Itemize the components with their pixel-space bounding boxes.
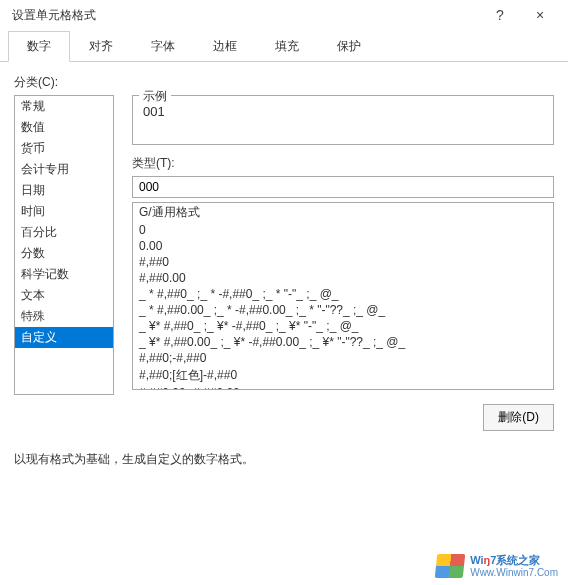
format-item[interactable]: _ ¥* #,##0.00_ ;_ ¥* -#,##0.00_ ;_ ¥* "-… xyxy=(133,334,553,350)
dialog-body: 分类(C): 常规 数值 货币 会计专用 日期 时间 百分比 分数 科学记数 文… xyxy=(0,62,568,476)
hint-text: 以现有格式为基础，生成自定义的数字格式。 xyxy=(14,451,554,468)
tab-protection[interactable]: 保护 xyxy=(318,31,380,62)
delete-button[interactable]: 删除(D) xyxy=(483,404,554,431)
watermark-brand-a: Wi xyxy=(470,554,483,566)
tab-border[interactable]: 边框 xyxy=(194,31,256,62)
list-item[interactable]: 特殊 xyxy=(15,306,113,327)
list-item[interactable]: 科学记数 xyxy=(15,264,113,285)
list-item[interactable]: 会计专用 xyxy=(15,159,113,180)
tab-font[interactable]: 字体 xyxy=(132,31,194,62)
category-label: 分类(C): xyxy=(14,74,554,91)
list-item[interactable]: 常规 xyxy=(15,96,113,117)
windows-flag-icon xyxy=(435,554,466,578)
help-button[interactable]: ? xyxy=(480,1,520,29)
format-item[interactable]: 0.00 xyxy=(133,238,553,254)
tab-fill[interactable]: 填充 xyxy=(256,31,318,62)
sample-group: 001 xyxy=(132,95,554,145)
type-input[interactable] xyxy=(132,176,554,198)
list-item[interactable]: 分数 xyxy=(15,243,113,264)
type-label: 类型(T): xyxy=(132,155,554,172)
format-item[interactable]: G/通用格式 xyxy=(133,203,553,222)
format-item[interactable]: #,##0.00 xyxy=(133,270,553,286)
titlebar: 设置单元格格式 ? × xyxy=(0,0,568,30)
format-item[interactable]: _ ¥* #,##0_ ;_ ¥* -#,##0_ ;_ ¥* "-"_ ;_ … xyxy=(133,318,553,334)
list-item[interactable]: 数值 xyxy=(15,117,113,138)
tab-alignment[interactable]: 对齐 xyxy=(70,31,132,62)
format-item[interactable]: _ * #,##0.00_ ;_ * -#,##0.00_ ;_ * "-"??… xyxy=(133,302,553,318)
tab-strip: 数字 对齐 字体 边框 填充 保护 xyxy=(0,30,568,62)
list-item-custom[interactable]: 自定义 xyxy=(15,327,113,348)
list-item[interactable]: 百分比 xyxy=(15,222,113,243)
window-title: 设置单元格格式 xyxy=(12,7,480,24)
format-listbox[interactable]: G/通用格式 0 0.00 #,##0 #,##0.00 _ * #,##0_ … xyxy=(132,202,554,390)
format-item[interactable]: #,##0;[红色]-#,##0 xyxy=(133,366,553,385)
close-button[interactable]: × xyxy=(520,1,560,29)
list-item[interactable]: 日期 xyxy=(15,180,113,201)
watermark-url: Www.Winwin7.Com xyxy=(470,567,558,579)
format-item[interactable]: 0 xyxy=(133,222,553,238)
watermark-brand-b: 7系统之家 xyxy=(490,554,540,566)
format-item[interactable]: _ * #,##0_ ;_ * -#,##0_ ;_ * "-"_ ;_ @_ xyxy=(133,286,553,302)
format-item[interactable]: #,##0.00;-#,##0.00 xyxy=(133,385,553,390)
list-item[interactable]: 时间 xyxy=(15,201,113,222)
sample-value: 001 xyxy=(143,104,165,119)
watermark-text: Wiŋ7系统之家 Www.Winwin7.Com xyxy=(470,554,558,579)
format-item[interactable]: #,##0 xyxy=(133,254,553,270)
category-listbox[interactable]: 常规 数值 货币 会计专用 日期 时间 百分比 分数 科学记数 文本 特殊 自定… xyxy=(14,95,114,395)
list-item[interactable]: 货币 xyxy=(15,138,113,159)
watermark: Wiŋ7系统之家 Www.Winwin7.Com xyxy=(436,554,558,579)
format-item[interactable]: #,##0;-#,##0 xyxy=(133,350,553,366)
tab-number[interactable]: 数字 xyxy=(8,31,70,62)
right-column: 001 类型(T): G/通用格式 0 0.00 #,##0 #,##0.00 … xyxy=(132,95,554,431)
list-item[interactable]: 文本 xyxy=(15,285,113,306)
